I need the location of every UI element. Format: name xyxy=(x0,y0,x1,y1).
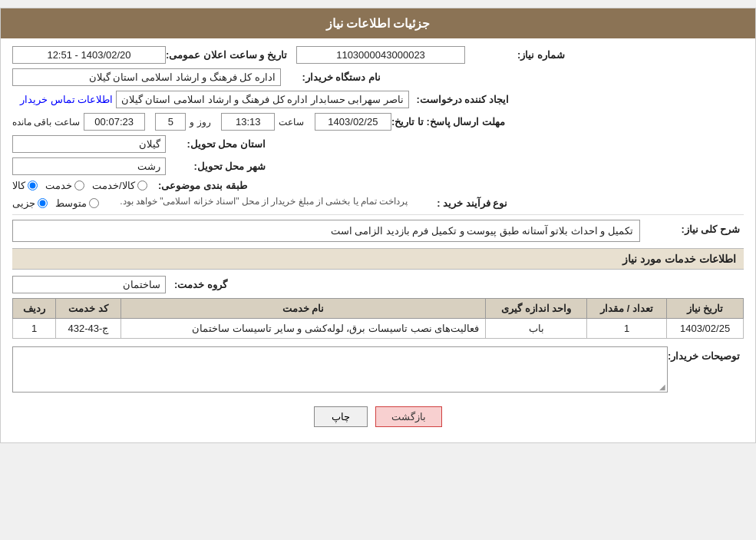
category-radio-khidmat-label: خدمت xyxy=(45,180,72,191)
city-value: رشت xyxy=(12,157,166,175)
province-row: استان محل تحویل: گیلان xyxy=(12,135,744,153)
announce-date-label: تاریخ و ساعت اعلان عمومی: xyxy=(166,49,287,61)
requester-row: ایجاد کننده درخواست: ناصر سهرابی حسابدار… xyxy=(12,91,744,108)
button-row: بازگشت چاپ xyxy=(12,399,744,435)
category-label: طبقه بندی موضوعی: xyxy=(147,180,247,191)
announce-date-value: 1403/02/20 - 12:51 xyxy=(12,46,166,64)
col-header-service-code: کد خدمت xyxy=(55,299,120,319)
services-table: تاریخ نیاز تعداد / مقدار واحد اندازه گیر… xyxy=(12,298,744,339)
purchase-type-small-label: جزیی xyxy=(12,197,35,209)
service-group-value: ساختمان xyxy=(12,276,166,293)
cell-service-code: ج-43-432 xyxy=(55,319,120,339)
description-section-title: شرح کلی نیاز: xyxy=(640,220,740,235)
cell-service-name: فعالیت‌های نصب تاسیسات برق، لوله‌کشی و س… xyxy=(120,319,485,339)
description-container: شرح کلی نیاز: تکمیل و احداث بلاتو آستانه… xyxy=(12,220,744,242)
separator-1 xyxy=(12,214,744,215)
deadline-label: مهلت ارسال پاسخ: تا تاریخ: xyxy=(391,116,505,128)
page-wrapper: جزئیات اطلاعات نیاز شماره نیاز: 11030000… xyxy=(0,8,756,443)
deadline-inline: 1403/02/25 ساعت 13:13 روز و 5 00:07:23 س… xyxy=(12,113,391,131)
buyer-notes-container: توصیحات خریدار: ◢ xyxy=(12,346,744,393)
buyer-org-label: نام دستگاه خریدار: xyxy=(281,71,381,83)
col-header-date: تاریخ نیاز xyxy=(667,299,744,319)
col-header-row-num: ردیف xyxy=(13,299,56,319)
purchase-type-radio-medium: متوسط xyxy=(55,197,99,209)
purchase-type-radio-medium-input[interactable] xyxy=(89,198,99,208)
province-value: گیلان xyxy=(12,135,166,153)
description-content: تکمیل و احداث بلاتو آستانه طبق پیوست و ت… xyxy=(12,220,640,242)
description-text: تکمیل و احداث بلاتو آستانه طبق پیوست و ت… xyxy=(12,220,640,242)
deadline-date-value: 1403/02/25 xyxy=(315,113,391,131)
category-row: طبقه بندی موضوعی: کالا/خدمت خدمت کالا xyxy=(12,180,744,191)
purchase-type-medium-label: متوسط xyxy=(55,197,87,209)
table-row: 1403/02/25 1 باب فعالیت‌های نصب تاسیسات … xyxy=(13,319,744,339)
cell-quantity: 1 xyxy=(586,319,666,339)
buyer-notes-label: توصیحات خریدار: xyxy=(668,346,740,362)
category-radio-kala-khidmat: کالا/خدمت xyxy=(92,180,147,191)
services-section-title: اطلاعات خدمات مورد نیاز xyxy=(12,248,744,270)
col-header-unit: واحد اندازه گیری xyxy=(486,299,587,319)
content-area: شماره نیاز: 1103000043000023 تاریخ و ساع… xyxy=(1,38,755,442)
category-radio-khidmat-input[interactable] xyxy=(74,181,84,190)
back-button[interactable]: بازگشت xyxy=(375,406,442,427)
deadline-remaining-value: 00:07:23 xyxy=(84,113,145,131)
table-header-row: تاریخ نیاز تعداد / مقدار واحد اندازه گیر… xyxy=(13,299,744,319)
buyer-org-row: نام دستگاه خریدار: اداره کل فرهنگ و ارشا… xyxy=(12,68,744,86)
purchase-type-radio-group: پرداخت تمام یا بخشی از مبلغ خریدار از مح… xyxy=(12,196,408,210)
requester-label: ایجاد کننده درخواست: xyxy=(409,94,509,105)
need-number-row: شماره نیاز: 1103000043000023 تاریخ و ساع… xyxy=(12,46,744,64)
city-row: شهر محل تحویل: رشت xyxy=(12,157,744,175)
category-radio-kala: کالا xyxy=(12,180,38,191)
cell-row-num: 1 xyxy=(13,319,56,339)
category-radio-group: کالا/خدمت خدمت کالا xyxy=(12,180,147,191)
purchase-type-label: نوع فرآیند خرید : xyxy=(408,197,507,209)
category-radio-kala-khidmat-label: کالا/خدمت xyxy=(92,180,135,191)
requester-value: ناصر سهرابی حسابدار اداره کل فرهنگ و ارش… xyxy=(116,91,409,108)
print-button[interactable]: چاپ xyxy=(314,406,368,427)
purchase-type-radio-small-input[interactable] xyxy=(38,198,48,208)
purchase-type-row: نوع فرآیند خرید : پرداخت تمام یا بخشی از… xyxy=(12,196,744,210)
deadline-time-value: 13:13 xyxy=(221,113,275,131)
deadline-row: مهلت ارسال پاسخ: تا تاریخ: 1403/02/25 سا… xyxy=(12,113,744,131)
col-header-service-name: نام خدمت xyxy=(120,299,485,319)
cell-date: 1403/02/25 xyxy=(667,319,744,339)
service-group-label: گروه خدمت: xyxy=(166,279,227,290)
category-radio-khidmat: خدمت xyxy=(45,180,84,191)
need-number-value: 1103000043000023 xyxy=(296,46,465,64)
deadline-remaining-label: ساعت باقی مانده xyxy=(12,117,80,128)
category-radio-kala-label: کالا xyxy=(12,180,25,191)
province-label: استان محل تحویل: xyxy=(166,138,266,150)
buyer-org-value: اداره کل فرهنگ و ارشاد اسلامی استان گیلا… xyxy=(12,68,281,86)
purchase-note: پرداخت تمام یا بخشی از مبلغ خریدار از مح… xyxy=(120,196,408,207)
category-radio-kala-input[interactable] xyxy=(28,181,38,190)
col-header-quantity: تعداد / مقدار xyxy=(586,299,666,319)
deadline-days-value: 5 xyxy=(155,113,186,131)
deadline-time-label: ساعت xyxy=(279,117,304,128)
cell-unit: باب xyxy=(486,319,587,339)
page-title: جزئیات اطلاعات نیاز xyxy=(326,17,431,30)
buyer-notes-box: ◢ xyxy=(12,346,668,393)
city-label: شهر محل تحویل: xyxy=(166,161,266,172)
need-number-label: شماره نیاز: xyxy=(465,49,565,61)
purchase-type-radio-small: جزیی xyxy=(12,197,48,209)
category-radio-kala-khidmat-input[interactable] xyxy=(137,181,147,190)
contact-info-link[interactable]: اطلاعات تماس خریدار xyxy=(20,94,113,105)
page-header: جزئیات اطلاعات نیاز xyxy=(1,8,755,38)
resize-handle-icon: ◢ xyxy=(658,383,665,390)
deadline-days-label: روز و xyxy=(190,117,210,128)
service-group-row: گروه خدمت: ساختمان xyxy=(12,276,744,293)
